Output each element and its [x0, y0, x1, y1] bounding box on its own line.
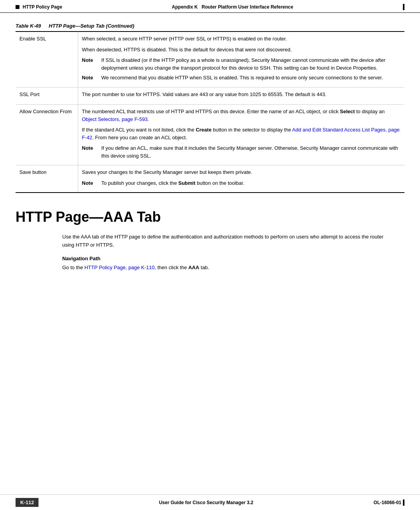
footer-bar-icon: [403, 499, 404, 506]
allow-connection-para2: If the standard ACL you want is not list…: [82, 126, 401, 141]
create-bold: Create: [196, 127, 211, 133]
table-row-enable-ssl: Enable SSL When selected, a secure HTTP …: [16, 32, 404, 87]
desc-allow-connection: The numbered ACL that restricts use of H…: [78, 105, 404, 165]
save-button-para1: Saves your changes to the Security Manag…: [82, 168, 401, 176]
header-doc-title: Router Platform User Interface Reference: [202, 4, 293, 10]
nav-path-heading: Navigation Path: [62, 256, 389, 261]
allow-connection-note: Note If you define an ACL, make sure tha…: [82, 144, 401, 159]
page-header: HTTP Policy Page Appendix K Router Platf…: [0, 0, 420, 13]
note-label-4: Note: [82, 179, 98, 187]
footer-right: OL-16066-01: [374, 499, 404, 506]
note-text-2: We recommend that you disable HTTP when …: [102, 74, 383, 82]
header-appendix: Appendix K: [172, 4, 198, 10]
submit-bold: Submit: [178, 180, 196, 186]
section-title: HTTP Page—AAA Tab: [16, 209, 404, 225]
table-caption-title: HTTP Page—Setup Tab (Continued): [49, 23, 134, 29]
setup-tab-table: Enable SSL When selected, a secure HTTP …: [16, 31, 404, 193]
desc-enable-ssl: When selected, a secure HTTP server (HTT…: [78, 32, 404, 87]
label-allow-connection: Allow Connection From: [16, 105, 78, 165]
black-square-icon: [16, 5, 19, 9]
select-bold: Select: [340, 109, 355, 114]
section-intro: Use the AAA tab of the HTTP page to defi…: [62, 233, 389, 249]
note-label-2: Note: [82, 74, 98, 82]
section-body: Use the AAA tab of the HTTP page to defi…: [16, 233, 404, 272]
header-center: Appendix K Router Platform User Interfac…: [172, 4, 293, 10]
object-selectors-link[interactable]: Object Selectors, page F-593: [82, 116, 148, 122]
table-row-save-button: Save button Saves your changes to the Se…: [16, 165, 404, 193]
enable-ssl-para1: When selected, a secure HTTP server (HTT…: [82, 35, 401, 43]
note-text-4: To publish your changes, click the Submi…: [102, 179, 245, 187]
nav-path-text: Go to the HTTP Policy Page, page K-110, …: [62, 264, 389, 272]
footer-page-number: K-112: [16, 498, 38, 507]
enable-ssl-para2: When deselected, HTTPS is disabled. This…: [82, 46, 401, 54]
footer-doc-number: OL-16066-01: [374, 500, 401, 505]
note-label-3: Note: [82, 144, 98, 159]
header-bar-icon: [403, 4, 404, 10]
table-row-allow-connection: Allow Connection From The numbered ACL t…: [16, 105, 404, 165]
note-text-1: If SSL is disabled (or if the HTTP polic…: [102, 56, 401, 72]
note-text-3: If you define an ACL, make sure that it …: [102, 144, 401, 159]
page-footer: K-112 User Guide for Cisco Security Mana…: [0, 494, 420, 510]
table-caption-row: Table K-49 HTTP Page—Setup Tab (Continue…: [16, 21, 404, 31]
http-policy-page-link[interactable]: HTTP Policy Page, page K-110: [84, 265, 154, 270]
note-label-1: Note: [82, 56, 98, 72]
ssl-port-para1: The port number to use for HTTPS. Valid …: [82, 91, 401, 98]
enable-ssl-note1: Note If SSL is disabled (or if the HTTP …: [82, 56, 401, 72]
desc-save-button: Saves your changes to the Security Manag…: [78, 165, 404, 193]
table-caption-label: Table K-49: [16, 23, 41, 29]
header-right: [403, 4, 404, 10]
add-edit-acl-link[interactable]: Add and Edit Standard Access List Pages,…: [82, 127, 400, 140]
main-content: Table K-49 HTTP Page—Setup Tab (Continue…: [0, 13, 420, 510]
label-save-button: Save button: [16, 165, 78, 193]
enable-ssl-note2: Note We recommend that you disable HTTP …: [82, 74, 401, 82]
table-row-ssl-port: SSL Port The port number to use for HTTP…: [16, 87, 404, 105]
header-left: HTTP Policy Page: [16, 4, 62, 10]
aaa-tab-bold: AAA: [188, 265, 199, 270]
footer-center-label: User Guide for Cisco Security Manager 3.…: [159, 500, 254, 505]
label-enable-ssl: Enable SSL: [16, 32, 78, 87]
label-ssl-port: SSL Port: [16, 87, 78, 105]
allow-connection-para1: The numbered ACL that restricts use of H…: [82, 108, 401, 123]
save-button-note: Note To publish your changes, click the …: [82, 179, 401, 187]
aaa-tab-section: HTTP Page—AAA Tab Use the AAA tab of the…: [16, 209, 404, 272]
desc-ssl-port: The port number to use for HTTPS. Valid …: [78, 87, 404, 105]
header-section-label: HTTP Policy Page: [23, 4, 62, 10]
